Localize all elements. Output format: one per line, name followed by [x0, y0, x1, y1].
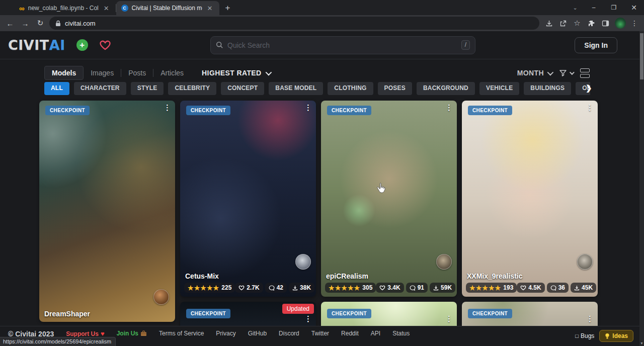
likes-pill: 4.5K [517, 283, 544, 293]
sort-label-text: HIGHEST RATED [202, 69, 262, 77]
terms-link[interactable]: Terms of Service [159, 330, 204, 337]
tab-close-icon[interactable]: ✕ [102, 5, 111, 12]
footer-right: □ Bugs Ideas [575, 330, 633, 342]
checkpoint-badge: CHECKPOINT [186, 106, 230, 115]
support-heart-button[interactable] [99, 40, 111, 51]
star-icons: ★★★★★ [469, 285, 501, 291]
tab-posts[interactable]: Posts [121, 66, 153, 79]
support-us-link[interactable]: Support Us ♥ [66, 330, 104, 337]
civitai-logo[interactable]: CIVITAI [8, 37, 65, 53]
layout-toggle-icon[interactable] [580, 68, 590, 78]
card-menu-icon[interactable]: ⋮ [164, 104, 171, 112]
scrollbar-down-arrow[interactable]: ▼ [639, 341, 644, 345]
card-menu-icon[interactable]: ⋮ [304, 104, 312, 112]
maximize-button[interactable]: ❐ [604, 4, 624, 11]
filter-chip-clothing[interactable]: CLOTHING [328, 82, 373, 95]
comments-count: 91 [418, 284, 424, 291]
extensions-puzzle-icon[interactable] [587, 19, 596, 28]
reload-icon[interactable]: ↻ [34, 19, 46, 28]
comment-icon [410, 285, 416, 291]
chevron-down-icon [265, 69, 272, 75]
comments-count: 36 [558, 284, 565, 291]
share-icon[interactable] [558, 19, 568, 28]
card-menu-icon[interactable]: ⋮ [586, 315, 594, 323]
url-bar[interactable]: civitai.com [49, 17, 539, 30]
filter-chip-character[interactable]: CHARACTER [74, 82, 126, 95]
card-menu-icon[interactable]: ⋮ [445, 315, 453, 323]
discord-link[interactable]: Discord [279, 330, 299, 337]
status-link[interactable]: Status [392, 330, 410, 337]
ideas-button[interactable]: Ideas [599, 330, 633, 342]
privacy-link[interactable]: Privacy [216, 330, 235, 337]
filter-dropdown[interactable] [559, 69, 573, 77]
search-placeholder: Quick Search [227, 41, 457, 49]
reddit-link[interactable]: Reddit [341, 330, 359, 337]
tab-search-icon[interactable]: ⌄ [567, 5, 584, 11]
sort-dropdown[interactable]: HIGHEST RATED [202, 69, 270, 77]
tab-images[interactable]: Images [84, 66, 121, 79]
filter-chip-poses[interactable]: POSES [378, 82, 412, 95]
install-icon[interactable] [544, 19, 553, 28]
back-icon[interactable]: ← [4, 19, 16, 28]
card-menu-icon[interactable]: ⋮ [304, 315, 312, 323]
card-menu-icon[interactable]: ⋮ [586, 104, 594, 112]
filter-chip-buildings[interactable]: BUILDINGS [524, 82, 571, 95]
side-panel-icon[interactable] [601, 19, 610, 28]
api-link[interactable]: API [371, 330, 380, 337]
civitai-favicon: C [121, 5, 128, 12]
model-card-epicrealism[interactable]: CHECKPOINT ⋮ epiCRealism ★★★★★ 305 3.4K … [321, 101, 457, 297]
model-card-xxmix-9realistic[interactable]: CHECKPOINT ⋮ XXMix_9realistic ★★★★★ 193 … [462, 101, 598, 297]
support-us-label: Support Us [66, 330, 99, 337]
filter-chip-concept[interactable]: CONCEPT [221, 82, 264, 95]
upload-plus-button[interactable]: + [76, 39, 88, 51]
checkpoint-badge: CHECKPOINT [327, 309, 371, 318]
creator-avatar[interactable] [295, 254, 311, 270]
join-us-link[interactable]: Join Us [117, 330, 147, 337]
minimize-button[interactable]: – [584, 4, 604, 11]
filter-chip-style[interactable]: STYLE [131, 82, 164, 95]
model-card-dreamshaper[interactable]: CHECKPOINT ⋮ DreamShaper [39, 101, 175, 322]
twitter-link[interactable]: Twitter [311, 330, 329, 337]
likes-count: 3.4K [387, 284, 400, 291]
new-tab-button[interactable]: + [219, 3, 236, 15]
comment-icon [550, 285, 556, 291]
card-menu-icon[interactable]: ⋮ [445, 104, 453, 112]
creator-avatar[interactable] [436, 254, 452, 270]
toolbar-icons: ☆ ⋮ [542, 18, 640, 29]
search-shortcut-key: / [461, 40, 470, 50]
rating-pill: ★★★★★ 305 [325, 283, 376, 293]
close-button[interactable]: ✕ [624, 4, 644, 12]
sign-in-button[interactable]: Sign In [575, 37, 617, 53]
page-scrollbar[interactable]: ▼ [639, 31, 644, 346]
tab-colab[interactable]: ∞ new_colab_file.ipynb - Colaborat ✕ [14, 1, 116, 15]
browser-profile-avatar[interactable] [615, 18, 626, 29]
filter-chip-all[interactable]: ALL [44, 82, 69, 95]
forward-icon[interactable]: → [19, 19, 31, 28]
tab-close-icon[interactable]: ✕ [206, 5, 214, 12]
bugs-button[interactable]: □ Bugs [575, 332, 594, 339]
bookmark-star-icon[interactable]: ☆ [573, 19, 582, 28]
tab-articles[interactable]: Articles [153, 66, 191, 79]
filter-chip-background[interactable]: BACKGROUND [417, 82, 475, 95]
padlock-icon [55, 20, 61, 27]
creator-avatar[interactable] [153, 289, 169, 305]
window-controls: ⌄ – ❐ ✕ [567, 0, 644, 15]
scrollbar-thumb[interactable] [640, 33, 643, 79]
period-dropdown[interactable]: MONTH [517, 69, 552, 77]
quick-search-input[interactable]: Quick Search / [210, 36, 475, 54]
filter-chip-celebrity[interactable]: CELEBRITY [168, 82, 216, 95]
tab-models[interactable]: Models [44, 66, 84, 80]
rating-count: 225 [221, 284, 231, 291]
card-stats: ★★★★★ 305 3.4K 91 59K [325, 283, 453, 293]
metric-pills: 3.4K 91 59K [376, 283, 455, 293]
model-card-cetus-mix[interactable]: CHECKPOINT ⋮ Cetus-Mix ★★★★★ 225 2.7K 42 [180, 101, 316, 297]
tab-civitai[interactable]: C Civitai | Stable Diffusion models, ✕ [116, 1, 219, 15]
browser-menu-icon[interactable]: ⋮ [631, 19, 638, 27]
comment-icon [269, 285, 275, 291]
chips-scroll-right-icon[interactable]: ❯ [586, 83, 592, 93]
filter-chip-base-model[interactable]: BASE MODEL [269, 82, 323, 95]
section-tabs: Models Images Posts Articles [44, 66, 191, 80]
creator-avatar[interactable] [577, 254, 593, 270]
filter-chip-vehicle[interactable]: VEHICLE [479, 82, 519, 95]
github-link[interactable]: GitHub [248, 330, 267, 337]
